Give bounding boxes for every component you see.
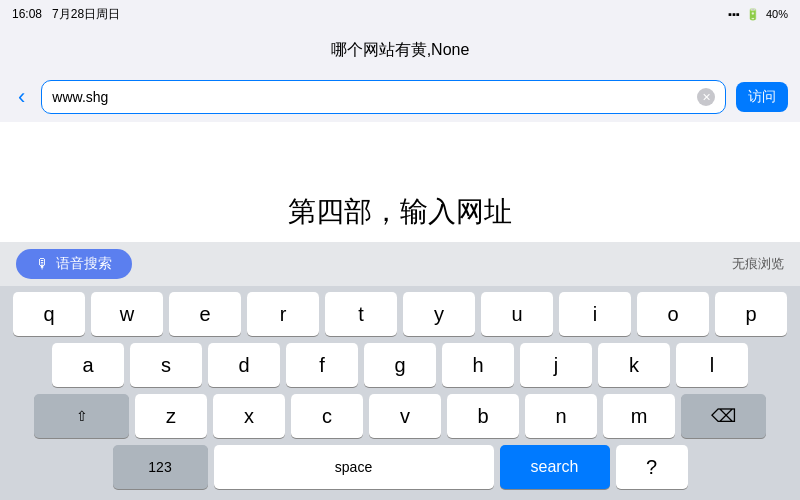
key-z[interactable]: z	[135, 394, 207, 438]
battery-icon: 🔋	[746, 8, 760, 21]
keyboard-row-4: 123 space search ?	[4, 445, 796, 489]
key-r[interactable]: r	[247, 292, 319, 336]
key-space[interactable]: space	[214, 445, 494, 489]
title-bar: 哪个网站有黄,None	[0, 28, 800, 72]
key-m[interactable]: m	[603, 394, 675, 438]
key-n[interactable]: n	[525, 394, 597, 438]
key-l[interactable]: l	[676, 343, 748, 387]
keyboard-row-2: a s d f g h j k l	[4, 343, 796, 387]
time: 16:08	[12, 7, 42, 21]
key-f[interactable]: f	[286, 343, 358, 387]
key-v[interactable]: v	[369, 394, 441, 438]
key-g[interactable]: g	[364, 343, 436, 387]
key-x[interactable]: x	[213, 394, 285, 438]
voice-search-button[interactable]: 🎙 语音搜索	[16, 249, 132, 279]
key-c[interactable]: c	[291, 394, 363, 438]
keyboard: q w e r t y u i o p a s d f g h j k l ⇧ …	[0, 286, 800, 500]
key-shift[interactable]: ⇧	[34, 394, 129, 438]
key-w[interactable]: w	[91, 292, 163, 336]
key-q[interactable]: q	[13, 292, 85, 336]
key-p[interactable]: p	[715, 292, 787, 336]
status-bar: 16:08 7月28日周日 ▪▪▪ 🔋 40%	[0, 0, 800, 28]
keyboard-row-3: ⇧ z x c v b n m ⌫	[4, 394, 796, 438]
main-text: 第四部，输入网址	[288, 193, 512, 231]
search-button[interactable]: search	[500, 445, 610, 489]
url-input-container: ✕	[41, 80, 726, 114]
keyboard-area: 🎙 语音搜索 无痕浏览 q w e r t y u i o p a s d f …	[0, 242, 800, 500]
visit-button[interactable]: 访问	[736, 82, 788, 112]
key-t[interactable]: t	[325, 292, 397, 336]
key-i[interactable]: i	[559, 292, 631, 336]
backspace-icon: ⌫	[711, 405, 736, 427]
mic-icon: 🎙	[36, 256, 50, 272]
clear-icon: ✕	[702, 91, 711, 104]
key-backspace[interactable]: ⌫	[681, 394, 766, 438]
incognito-label: 无痕浏览	[732, 255, 784, 273]
signal-icon: ▪▪▪	[728, 8, 740, 20]
keyboard-row-1: q w e r t y u i o p	[4, 292, 796, 336]
key-o[interactable]: o	[637, 292, 709, 336]
key-h[interactable]: h	[442, 343, 514, 387]
key-s[interactable]: s	[130, 343, 202, 387]
key-u[interactable]: u	[481, 292, 553, 336]
key-123[interactable]: 123	[113, 445, 208, 489]
key-a[interactable]: a	[52, 343, 124, 387]
key-question[interactable]: ?	[616, 445, 688, 489]
key-e[interactable]: e	[169, 292, 241, 336]
page-title: 哪个网站有黄,None	[331, 40, 470, 61]
status-right: ▪▪▪ 🔋 40%	[728, 8, 788, 21]
back-button[interactable]: ‹	[12, 80, 31, 114]
address-bar: ‹ ✕ 访问	[0, 72, 800, 122]
voice-search-label: 语音搜索	[56, 255, 112, 273]
key-k[interactable]: k	[598, 343, 670, 387]
voice-bar: 🎙 语音搜索 无痕浏览	[0, 242, 800, 286]
key-b[interactable]: b	[447, 394, 519, 438]
url-input[interactable]	[52, 89, 689, 105]
battery-percent: 40%	[766, 8, 788, 20]
status-time: 16:08 7月28日周日	[12, 6, 120, 23]
date: 7月28日周日	[52, 7, 120, 21]
key-y[interactable]: y	[403, 292, 475, 336]
key-d[interactable]: d	[208, 343, 280, 387]
key-j[interactable]: j	[520, 343, 592, 387]
clear-button[interactable]: ✕	[697, 88, 715, 106]
